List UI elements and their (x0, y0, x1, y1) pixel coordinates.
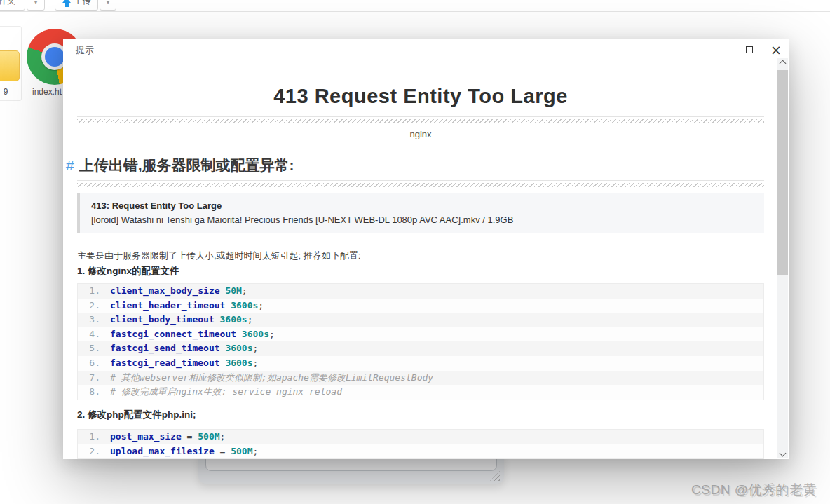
line-number: 2. (78, 444, 110, 459)
upload-dropdown-button[interactable]: ▾ (100, 0, 116, 11)
code-block-1: 1.client_max_body_size 50M;2.client_head… (77, 283, 764, 400)
code-text: # 修改完成重启nginx生效: service nginx reload (110, 385, 342, 400)
hash-anchor-icon[interactable]: # (66, 157, 74, 173)
maximize-button[interactable] (739, 42, 760, 57)
code-text: client_header_timeout 3600s; (110, 299, 264, 313)
code-line: 2.client_header_timeout 3600s; (78, 299, 763, 313)
code-text: fastcgi_read_timeout 3600s; (110, 356, 258, 371)
code-line: 1.client_max_body_size 50M; (78, 284, 763, 299)
new-folder-dropdown-button[interactable]: ▾ (27, 0, 45, 11)
code-line: 2.upload_max_filesize = 500M; (78, 444, 763, 459)
code-block-2: 1.post_max_size = 500M;2.upload_max_file… (77, 429, 764, 459)
code-text: fastcgi_connect_timeout 3600s; (110, 327, 275, 342)
line-number: 3. (78, 313, 110, 327)
code-text: post_max_size = 500M; (110, 430, 225, 444)
server-name: nginx (77, 129, 764, 139)
code-line: 4.fastcgi_connect_timeout 3600s; (78, 327, 763, 342)
file-manager-toolbar: 件夹 ▾ 上传 ▾ (0, 0, 830, 12)
code-text: # 其他webserver相应修改类似限制;如apache需要修改LimitRe… (110, 371, 433, 386)
line-number: 1. (78, 284, 110, 299)
file-tile-folder-label: 9 (0, 87, 20, 97)
section-heading-text: 上传出错,服务器限制或配置异常: (79, 157, 294, 173)
minimize-icon (719, 50, 727, 50)
watermark: CSDN @优秀的老黄 (691, 481, 817, 499)
code-text: upload_max_filesize = 500M; (110, 444, 258, 459)
section-heading: #上传出错,服务器限制或配置异常: (66, 156, 294, 175)
folder-icon (0, 50, 20, 81)
new-folder-button-label: 件夹 (0, 0, 15, 7)
line-number: 7. (78, 371, 110, 386)
dialog-window: 提示 × 413 Request Entity Too Large nginx … (63, 39, 789, 459)
new-folder-button[interactable]: 件夹 (0, 0, 25, 11)
scrollbar-thumb[interactable] (777, 70, 788, 275)
upload-arrow-icon (62, 0, 72, 7)
dialog-content: 413 Request Entity Too Large nginx #上传出错… (77, 39, 764, 459)
code-text: client_max_body_size 50M; (110, 284, 247, 299)
code-line: 3.client_body_timeout 3600s; (78, 313, 763, 327)
intro-text: 主要是由于服务器限制了上传大小,或超时时间太短引起; 推荐如下配置: (77, 250, 360, 262)
line-number: 4. (78, 327, 110, 342)
code-line: 1.post_max_size = 500M; (78, 430, 763, 444)
code-line: 6.fastcgi_read_timeout 3600s; (78, 356, 763, 371)
code-line: 7.# 其他webserver相应修改类似限制;如apache需要修改Limit… (78, 371, 763, 386)
window-controls: × (712, 42, 787, 57)
maximize-icon (746, 46, 753, 53)
quote-body: [loroid] Watashi ni Tenshi ga Maiorita! … (91, 214, 753, 225)
close-icon: × (770, 43, 782, 57)
chevron-down-icon: ▾ (34, 0, 38, 6)
divider (77, 180, 764, 187)
scroll-up-icon[interactable] (780, 60, 787, 67)
divider (77, 116, 764, 123)
chrome-icon-core (45, 47, 64, 67)
line-number: 1. (78, 430, 110, 444)
blockquote: 413: Request Entity Too Large [loroid] W… (77, 193, 764, 233)
close-button[interactable]: × (766, 42, 787, 57)
error-title: 413 Request Entity Too Large (77, 85, 764, 108)
step2-title: 2. 修改php配置文件php.ini; (77, 409, 196, 421)
upload-button-label: 上传 (74, 0, 91, 7)
quote-title: 413: Request Entity Too Large (91, 200, 753, 211)
code-text: fastcgi_send_timeout 3600s; (110, 341, 258, 356)
step1-title: 1. 修改nginx的配置文件 (77, 265, 179, 278)
line-number: 6. (78, 356, 110, 371)
scrollbar[interactable] (777, 58, 788, 458)
upload-button[interactable]: 上传 (55, 0, 98, 11)
chevron-down-icon: ▾ (107, 0, 110, 6)
scroll-down-icon[interactable] (780, 450, 787, 457)
code-line: 5.fastcgi_send_timeout 3600s; (78, 341, 763, 356)
minimize-button[interactable] (712, 42, 733, 57)
line-number: 2. (78, 299, 110, 313)
code-line: 8.# 修改完成重启nginx生效: service nginx reload (78, 385, 763, 400)
code-text: client_body_timeout 3600s; (110, 313, 253, 327)
line-number: 5. (78, 341, 110, 356)
line-number: 8. (78, 385, 110, 400)
